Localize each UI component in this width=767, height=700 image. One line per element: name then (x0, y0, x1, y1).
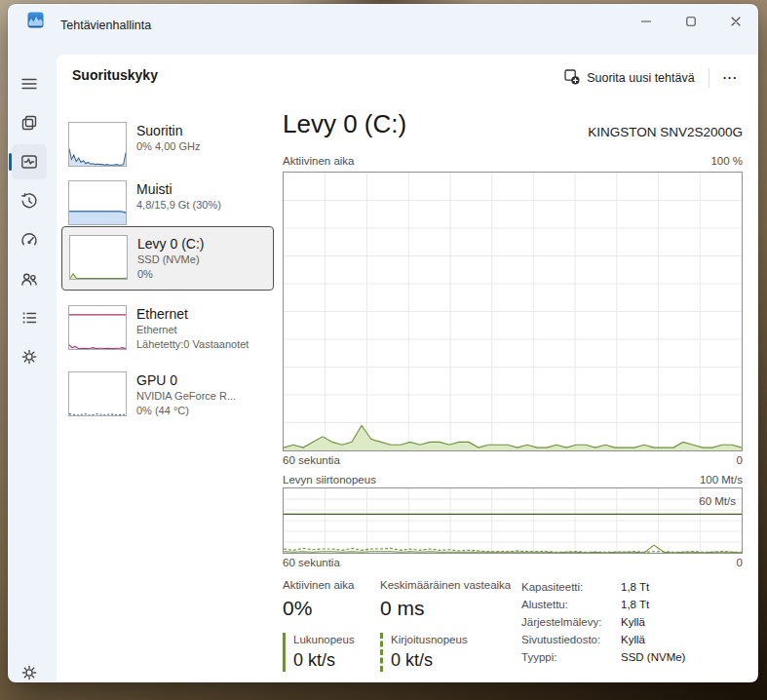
perf-item-detail: SSD (NVMe) (137, 253, 204, 267)
chart2-x-right: 0 (737, 557, 743, 568)
disk-stats: Aktiivinen aika 0% Lukunopeus 0 kt/s Kes… (283, 578, 743, 676)
perf-item-title: GPU 0 (136, 371, 236, 389)
titlebar[interactable]: Tehtävienhallinta (8, 4, 758, 55)
perf-item-cpu[interactable]: Suoritin 0% 4,00 GHz (61, 117, 272, 172)
property-row: Sivutustiedosto: Kyllä (521, 631, 743, 648)
sidebar-item-performance[interactable] (12, 144, 47, 179)
avg-response-stat: Keskimääräinen vasteaika 0 ms Kirjoitusn… (380, 578, 511, 672)
chart1-x-left: 60 sekuntia (283, 454, 340, 466)
settings-button[interactable] (12, 655, 47, 682)
perf-item-disk0[interactable]: Levy 0 (C:) SSD (NVMe) 0% (61, 226, 274, 291)
stat-value: 0 kt/s (293, 648, 355, 672)
chart2-title: Levyn siirtonopeus (283, 474, 376, 486)
history-clock-icon (19, 191, 39, 211)
active-time-chart (283, 172, 743, 451)
perf-item-title: Levy 0 (C:) (137, 235, 204, 253)
perf-item-detail: NVIDIA GeForce R... (136, 389, 236, 404)
stat-label: Keskimääräinen vasteaika (380, 578, 511, 592)
ethernet-mini-chart (68, 305, 127, 350)
sidebar-item-app-history[interactable] (12, 183, 47, 218)
stat-label: Lukunopeus (293, 633, 355, 646)
services-gear-icon (19, 347, 39, 367)
property-row: Tyyppi: SSD (NVMe) (521, 648, 743, 666)
chart1-axis-row: 60 sekuntia 0 (283, 454, 743, 466)
perf-item-detail2: 0% (44 °C) (136, 404, 236, 418)
perf-item-detail: 0% 4,00 GHz (136, 139, 200, 154)
disk-properties: Kapasiteetti: 1,8 Tt Alustettu: 1,8 Tt J… (521, 578, 743, 666)
chart1-label-row: Aktiivinen aika 100 % (283, 155, 743, 167)
disk-mini-chart (69, 235, 128, 280)
read-speed-stat: Lukunopeus 0 kt/s (283, 633, 355, 672)
navigation-rail (8, 55, 57, 682)
stat-value: 0 kt/s (391, 648, 511, 672)
performance-icon (19, 152, 39, 172)
desktop-wallpaper: Tehtävienhallinta (0, 0, 767, 700)
sidebar-item-processes[interactable] (12, 105, 47, 140)
stat-label: Kirjoitusnopeus (391, 633, 511, 646)
minimize-button[interactable] (624, 4, 669, 39)
chart2-axis-row: 60 sekuntia 0 (283, 557, 743, 568)
perf-item-ethernet[interactable]: Ethernet Ethernet Lähetetty:0 Vastaanote… (61, 300, 272, 357)
disk-detail-pane: Levy 0 (C:) KINGSTON SNV2S2000G Aktiivin… (283, 55, 743, 681)
chart2-max-label: 100 Mt/s (700, 474, 743, 486)
perf-item-detail2: 0% (137, 267, 204, 282)
perf-item-detail2: Lähetetty:0 Vastaanotet (136, 337, 249, 352)
chart1-x-right: 0 (737, 454, 743, 466)
window-title: Tehtävienhallinta (60, 19, 151, 32)
sidebar-item-details[interactable] (12, 300, 47, 335)
perf-item-title: Suoritin (136, 122, 200, 139)
users-icon (19, 269, 39, 289)
chart2-label-row: Levyn siirtonopeus 100 Mt/s (283, 474, 743, 486)
sidebar-item-users[interactable] (12, 261, 47, 296)
stat-label: Aktiivinen aika (283, 578, 355, 592)
perf-item-detail: 4,8/15,9 Gt (30%) (136, 198, 221, 213)
content-card: Suorituskyky Suorita uusi tehtävä (57, 55, 757, 681)
chart1-title: Aktiivinen aika (283, 155, 355, 167)
perf-item-gpu[interactable]: GPU 0 NVIDIA GeForce R... 0% (44 °C) (61, 367, 272, 423)
scale-line-label: 60 Mt/s (699, 495, 736, 507)
active-time-stat: Aktiivinen aika 0% Lukunopeus 0 kt/s (283, 578, 355, 672)
chart2-x-left: 60 sekuntia (283, 557, 340, 568)
chart1-max-label: 100 % (710, 155, 743, 167)
perf-item-title: Ethernet (136, 305, 249, 323)
property-row: Alustettu: 1,8 Tt (521, 596, 743, 613)
device-name: KINGSTON SNV2S2000G (588, 125, 743, 139)
property-row: Kapasiteetti: 1,8 Tt (521, 578, 743, 596)
hamburger-icon (19, 74, 39, 94)
page-title: Suorituskyky (72, 67, 158, 83)
sidebar-item-startup-apps[interactable] (12, 222, 47, 257)
close-button[interactable] (713, 4, 758, 39)
perf-item-detail: Ethernet (136, 323, 249, 337)
perf-item-title: Muisti (136, 180, 221, 198)
menu-button[interactable] (12, 66, 47, 101)
processes-icon (19, 113, 39, 133)
task-manager-window: Tehtävienhallinta (8, 4, 758, 682)
gpu-mini-chart (68, 371, 127, 416)
perf-item-memory[interactable]: Muisti 4,8/15,9 Gt (30%) (61, 175, 272, 230)
property-row: Järjestelmälevy: Kyllä (521, 613, 743, 631)
settings-gear-icon (19, 663, 39, 682)
memory-mini-chart (68, 180, 127, 225)
speedometer-icon (19, 230, 39, 250)
task-manager-app-icon (27, 12, 44, 28)
detail-title: Levy 0 (C:) (283, 109, 406, 139)
details-list-icon (19, 308, 39, 328)
window-controls (624, 4, 758, 39)
cpu-mini-chart (68, 122, 127, 167)
stat-value: 0 ms (380, 596, 511, 621)
maximize-button[interactable] (669, 4, 713, 39)
sidebar-item-services[interactable] (12, 339, 47, 374)
transfer-rate-chart: 60 Mt/s (283, 487, 743, 554)
write-speed-stat: Kirjoitusnopeus 0 kt/s (380, 633, 511, 672)
stat-value: 0% (283, 596, 355, 621)
